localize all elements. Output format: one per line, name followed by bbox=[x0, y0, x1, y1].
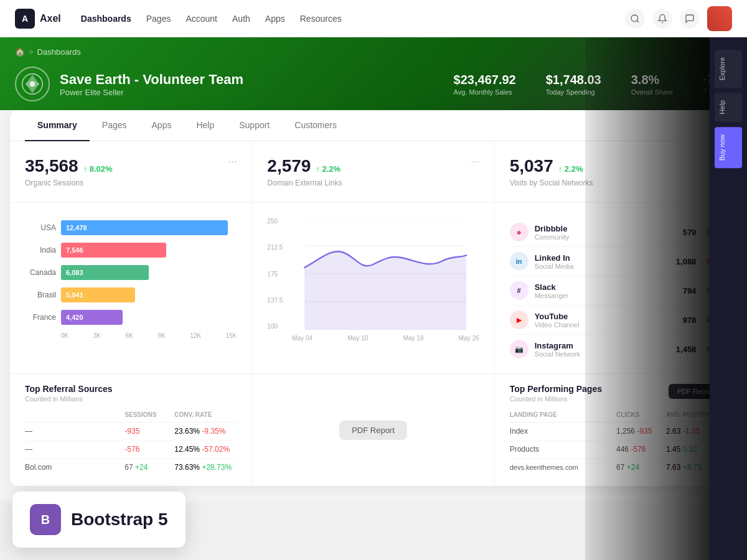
bar-row-india: India 7,546 bbox=[25, 243, 237, 258]
line-x-axis: May 04 May 10 May 18 May 26 bbox=[292, 335, 479, 342]
line-chart: 250 212.5 175 137.5 100 bbox=[267, 218, 479, 342]
tab-customers[interactable]: Customers bbox=[282, 110, 349, 141]
main-content: Summary Pages Apps Help Support Customer… bbox=[0, 110, 747, 501]
breadcrumb-current: Dashboards bbox=[37, 47, 81, 57]
hero-stat-today-spending: $1,748.03 Today Spending bbox=[546, 73, 601, 96]
stat-menu-2[interactable]: ··· bbox=[471, 156, 479, 167]
external-links-number: 2,579 bbox=[267, 156, 311, 176]
referral-row-2: — -576 12.45% -57.02% bbox=[25, 441, 237, 459]
notifications-button[interactable] bbox=[652, 9, 672, 29]
tab-apps[interactable]: Apps bbox=[139, 110, 184, 141]
bootstrap-overlay: B Bootstrap 5 bbox=[12, 492, 186, 501]
stat-social-visits: ··· 5,037 ↑ 2.2% Visits by Social Networ… bbox=[495, 141, 737, 202]
line-y-axis: 250 212.5 175 137.5 100 bbox=[267, 218, 287, 330]
referral-title: Top Referral Sources bbox=[25, 384, 113, 394]
bar-x-axis: 0K 3K 6K 9K 12K 15K bbox=[25, 332, 237, 339]
bar-row-canada: Canada 6,083 bbox=[25, 265, 237, 280]
pdf-cell: PDF Report bbox=[252, 374, 494, 486]
line-chart-cell: 250 212.5 175 137.5 100 bbox=[252, 203, 494, 373]
referral-sub: Counted in Millions bbox=[25, 395, 113, 403]
nav-links: Dashboards Pages Account Auth Apps Resou… bbox=[81, 14, 625, 24]
bar-row-usa: USA 12,478 bbox=[25, 220, 237, 235]
stats-row: ··· 35,568 ↑ 8.02% Organic Sessions ··· … bbox=[10, 141, 737, 203]
top-pages-title: Top Performing Pages bbox=[510, 384, 602, 394]
buy-now-button[interactable]: Buy now bbox=[715, 127, 742, 168]
bar-canada: 6,083 bbox=[61, 265, 149, 280]
referral-sources-cell: Top Referral Sources Counted in Millions… bbox=[10, 374, 252, 486]
nav-auth[interactable]: Auth bbox=[232, 14, 250, 24]
nav-apps[interactable]: Apps bbox=[265, 14, 285, 24]
bar-india: 7,546 bbox=[61, 243, 166, 258]
organic-sessions-number: 35,568 bbox=[25, 156, 78, 176]
top-pages-sub: Counted in Millions bbox=[510, 395, 602, 403]
brand-name: Axel bbox=[40, 13, 61, 24]
nav-dashboards[interactable]: Dashboards bbox=[81, 14, 131, 24]
dashboard-card: Summary Pages Apps Help Support Customer… bbox=[10, 110, 737, 486]
organic-sessions-label: Organic Sessions bbox=[25, 179, 237, 187]
tab-support[interactable]: Support bbox=[227, 110, 282, 141]
hero-stat-overall-share: 3.8% Overall Share bbox=[631, 73, 673, 96]
social-list: ● Dribbble Community 579 ↑ 2.6% in Linke… bbox=[510, 218, 722, 363]
svg-line-1 bbox=[637, 21, 639, 22]
nav-right bbox=[625, 6, 732, 31]
side-panel: Explore Help Buy now bbox=[710, 0, 747, 501]
bar-france: 4,420 bbox=[61, 310, 123, 325]
hero-team-name: Save Earth - Volunteer Team bbox=[60, 72, 243, 88]
tab-pages[interactable]: Pages bbox=[90, 110, 139, 141]
nav-account[interactable]: Account bbox=[186, 14, 217, 24]
tab-help[interactable]: Help bbox=[184, 110, 227, 141]
stat-external-links: ··· 2,579 ↑ 2.2% Domain External Links bbox=[252, 141, 494, 202]
stat-menu-1[interactable]: ··· bbox=[228, 156, 237, 167]
top-pages-cell: Top Performing Pages Counted in Millions… bbox=[495, 374, 737, 486]
top-pages-row-1: Index 1,256 -935 2.63 -1.35 bbox=[510, 422, 722, 441]
hero-stats: $23,467.92 Avg. Monthly Sales $1,748.03 … bbox=[454, 73, 732, 96]
hero-team-sub: Power Elite Seller bbox=[60, 88, 243, 97]
top-pages-row-2: Products 446 -576 1.45 0.32 bbox=[510, 441, 722, 459]
nav-resources[interactable]: Resources bbox=[300, 14, 342, 24]
social-visits-change: ↑ 2.2% bbox=[558, 164, 583, 174]
tab-bar: Summary Pages Apps Help Support Customer… bbox=[10, 110, 737, 141]
tab-summary[interactable]: Summary bbox=[25, 110, 90, 141]
stat-organic-sessions: ··· 35,568 ↑ 8.02% Organic Sessions bbox=[10, 141, 252, 202]
bar-chart-cell: USA 12,478 India 7,546 bbox=[10, 203, 252, 373]
bottom-row: Top Referral Sources Counted in Millions… bbox=[10, 373, 737, 486]
breadcrumb-separator: > bbox=[29, 47, 34, 57]
hero-content: Save Earth - Volunteer Team Power Elite … bbox=[15, 67, 732, 101]
external-links-label: Domain External Links bbox=[267, 179, 479, 187]
youtube-icon: ▶ bbox=[510, 310, 529, 329]
help-button[interactable]: Help bbox=[715, 93, 742, 122]
hero-banner: 🏠 > Dashboards Save Earth - Volunteer Te… bbox=[0, 37, 747, 116]
user-avatar[interactable] bbox=[707, 6, 732, 31]
line-chart-svg bbox=[292, 218, 479, 330]
social-row-youtube: ▶ YouTube Video Channel 978 ↑ 4.1% bbox=[510, 306, 722, 335]
svg-point-0 bbox=[631, 15, 638, 22]
breadcrumb: 🏠 > Dashboards bbox=[15, 47, 732, 57]
explore-button[interactable]: Explore bbox=[715, 50, 742, 88]
hero-text: Save Earth - Volunteer Team Power Elite … bbox=[60, 72, 243, 97]
nav-pages[interactable]: Pages bbox=[146, 14, 171, 24]
navbar: A Axel Dashboards Pages Account Auth App… bbox=[0, 0, 747, 37]
bar-row-brasil: Brasil 5,041 bbox=[25, 287, 237, 302]
social-row-slack: # Slack Messanger 794 ↑ 0.2% bbox=[510, 276, 722, 306]
brand[interactable]: A Axel bbox=[15, 9, 61, 29]
slack-icon: # bbox=[510, 281, 529, 300]
social-row-dribbble: ● Dribbble Community 579 ↑ 2.6% bbox=[510, 218, 722, 247]
bar-row-france: France 4,420 bbox=[25, 310, 237, 325]
search-button[interactable] bbox=[625, 9, 645, 29]
bar-usa: 12,478 bbox=[61, 220, 228, 235]
home-icon[interactable]: 🏠 bbox=[15, 47, 25, 57]
referral-row-3: Bol.com 67 +24 73.63% +28.73% bbox=[25, 459, 237, 476]
referral-pdf-button[interactable]: PDF Report bbox=[339, 421, 407, 440]
referral-table-header: SESSIONS CONV. RATE bbox=[25, 408, 237, 422]
hero-stat-monthly-sales: $23,467.92 Avg. Monthly Sales bbox=[454, 73, 516, 96]
social-visits-label: Visits by Social Networks bbox=[510, 179, 722, 187]
top-pages-header: LANDING PAGE CLICKS AVG. POSITION bbox=[510, 408, 722, 422]
country-bar-chart: USA 12,478 India 7,546 bbox=[25, 220, 237, 339]
social-networks-cell: ● Dribbble Community 579 ↑ 2.6% in Linke… bbox=[495, 203, 737, 373]
bar-brasil: 5,041 bbox=[61, 287, 135, 302]
social-row-instagram: 📷 Instagram Social Network 1,458 ↑ 8.3% bbox=[510, 335, 722, 363]
messages-button[interactable] bbox=[680, 9, 700, 29]
charts-row: USA 12,478 India 7,546 bbox=[10, 203, 737, 373]
brand-icon: A bbox=[15, 9, 35, 29]
social-row-linkedin: in Linked In Social Media 1,088 ↓ 0.4% bbox=[510, 247, 722, 276]
